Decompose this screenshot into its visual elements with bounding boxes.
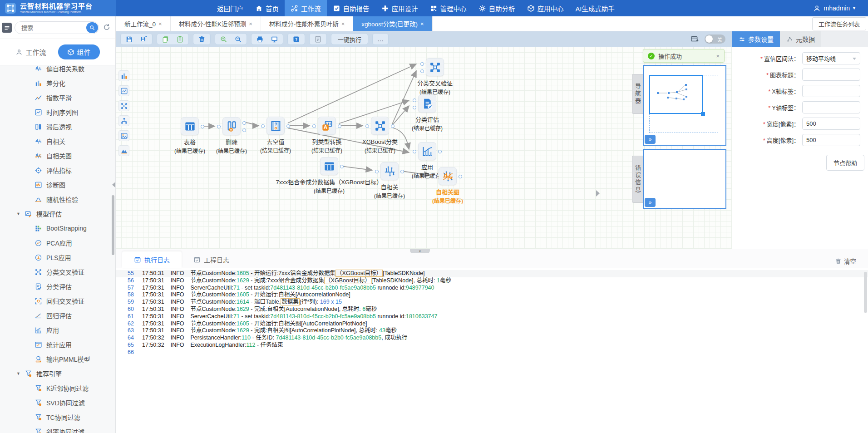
sidebar-item-诊断图[interactable]: 诊断图 bbox=[0, 177, 115, 192]
help-icon[interactable]: ? bbox=[292, 35, 300, 43]
workflow-tab-1[interactable]: 材料成分-性能K近邻预测× bbox=[171, 16, 261, 31]
navigator-expand-button[interactable]: » bbox=[645, 135, 656, 144]
port-out[interactable] bbox=[459, 175, 462, 178]
params-tab-元数据[interactable]: 元数据 bbox=[780, 31, 821, 47]
n_classeval-icon[interactable] bbox=[418, 94, 436, 113]
navigator-vertical-tab[interactable]: 导航器 bbox=[632, 74, 643, 114]
trash-icon[interactable] bbox=[198, 35, 206, 43]
port-out[interactable] bbox=[340, 165, 344, 168]
workflow-tab-2[interactable]: 材料成分-性能朴素贝叶斯× bbox=[261, 16, 354, 31]
port-in[interactable] bbox=[420, 62, 424, 66]
param-select[interactable]: 移动平均线 bbox=[802, 52, 860, 64]
zoomin-icon[interactable] bbox=[220, 35, 227, 43]
sidebar-item-滞后透视[interactable]: 滞后透视 bbox=[0, 119, 115, 134]
sidebar-item-回归评估[interactable]: 回归评估 bbox=[0, 308, 115, 323]
log-tab-工程日志[interactable]: 工程日志 bbox=[182, 251, 241, 268]
port-in[interactable] bbox=[312, 124, 316, 128]
sidebar-item-自相关图[interactable]: 自相关图 bbox=[0, 148, 115, 163]
port-in[interactable] bbox=[413, 106, 416, 109]
port-in[interactable] bbox=[261, 124, 265, 128]
menu-icon[interactable] bbox=[2, 23, 12, 33]
workflow-canvas[interactable]: 表格(结果已缓存)删除(结果已缓存)?去空值(结果已缓存)A列类型转换(结果已缓… bbox=[116, 47, 732, 249]
n_table-icon[interactable] bbox=[181, 117, 199, 135]
nav-item-3[interactable]: 自助报告 bbox=[327, 0, 375, 16]
sidebar-item-自相关[interactable]: 自相关 bbox=[0, 134, 115, 148]
sidebar-item-PLS应用[interactable]: PLS应用 bbox=[0, 250, 115, 265]
sidebar-item-回归交叉验证[interactable]: 回归交叉验证 bbox=[0, 294, 115, 308]
sidebar-item-时间序列图[interactable]: 时间序列图 bbox=[0, 105, 115, 119]
dock-picture-icon[interactable] bbox=[118, 130, 129, 141]
sidebar-item-SVD协同过滤[interactable]: SVD协同过滤 bbox=[0, 395, 115, 410]
sidebar-tab-组件[interactable]: 组件 bbox=[58, 44, 100, 59]
n_table-icon[interactable] bbox=[320, 157, 338, 175]
log-resize-handle[interactable]: ▾ bbox=[410, 249, 430, 253]
sidebar-item-差分化[interactable]: 差分化 bbox=[0, 76, 115, 90]
dock-chartframe-icon[interactable] bbox=[118, 85, 129, 96]
error-info-panel[interactable]: » bbox=[643, 149, 726, 209]
sidebar-scrollbar[interactable] bbox=[112, 195, 114, 255]
sidebar-item-BootStrapping[interactable]: BootStrapping bbox=[0, 221, 115, 236]
workflow-node-自相关[interactable]: 自相关(结果已缓存) bbox=[362, 162, 417, 199]
error-expand-button[interactable]: » bbox=[645, 198, 656, 207]
nav-item-7[interactable]: 应用中心 bbox=[521, 0, 570, 16]
caret-down-icon[interactable]: ▼ bbox=[16, 212, 25, 216]
port-out[interactable] bbox=[438, 150, 442, 153]
port-in[interactable] bbox=[433, 175, 437, 178]
log-scrollbar[interactable] bbox=[864, 272, 867, 313]
zoomout-icon[interactable] bbox=[234, 35, 242, 43]
sidebar-tab-工作流[interactable]: 工作流 bbox=[15, 47, 46, 57]
error-vertical-tab[interactable]: 错误信息 bbox=[632, 156, 643, 203]
panel-collapse-handle[interactable] bbox=[596, 190, 600, 197]
more-button[interactable]: … bbox=[372, 33, 389, 45]
nav-item-0[interactable]: 返回门户 bbox=[211, 0, 249, 16]
port-in[interactable] bbox=[413, 98, 416, 102]
dock-bars-icon[interactable] bbox=[118, 70, 129, 81]
param-input[interactable]: 500 bbox=[802, 118, 860, 130]
params-tab-参数设置[interactable]: 参数设置 bbox=[732, 31, 780, 47]
sidebar-item-PCA应用[interactable]: PCA应用 bbox=[0, 236, 115, 250]
log-clear-button[interactable]: 清空 bbox=[835, 256, 856, 266]
param-input[interactable] bbox=[802, 85, 860, 97]
sidebar-item-输出PMML模型[interactable]: PMML输出PMML模型 bbox=[0, 352, 115, 366]
printer-icon[interactable] bbox=[256, 35, 264, 43]
close-icon[interactable]: × bbox=[420, 20, 424, 27]
nav-item-5[interactable]: 管理中心 bbox=[424, 0, 473, 16]
sidebar-item-K近邻协同过滤[interactable]: K近邻协同过滤 bbox=[0, 381, 115, 395]
n_autocorrplot-icon[interactable] bbox=[439, 167, 457, 185]
n_net-icon[interactable] bbox=[426, 58, 444, 76]
navigator-minimap[interactable]: » bbox=[643, 65, 726, 146]
node-help-button[interactable]: 节点帮助 bbox=[826, 155, 864, 171]
workflow-tab-3[interactable]: xgboost分类(已更改)× bbox=[353, 16, 432, 31]
port-out[interactable] bbox=[400, 170, 404, 173]
paste-icon[interactable] bbox=[176, 35, 184, 43]
close-icon[interactable]: × bbox=[158, 20, 162, 27]
workflow-tasklist-button[interactable]: 工作流任务列表 bbox=[812, 17, 866, 30]
sidebar-item-偏自相关系数[interactable]: 偏自相关系数 bbox=[0, 61, 115, 76]
sidebar-item-分类评估[interactable]: 分类评估 bbox=[0, 279, 115, 294]
n_net-icon[interactable] bbox=[371, 117, 389, 135]
n_autocorr-icon[interactable] bbox=[380, 162, 399, 180]
preview-toggle[interactable]: 关 bbox=[705, 34, 725, 44]
workflow-node-分类评估[interactable]: 分类评估(结果已缓存) bbox=[400, 94, 454, 132]
saveas-icon[interactable] bbox=[140, 35, 148, 43]
port-in[interactable] bbox=[413, 150, 416, 153]
n_colconv-icon[interactable]: A bbox=[318, 117, 336, 135]
param-input[interactable] bbox=[802, 101, 860, 113]
refresh-icon[interactable] bbox=[103, 23, 112, 32]
window-plus-icon[interactable] bbox=[690, 35, 699, 43]
dock-network-icon[interactable] bbox=[118, 100, 129, 111]
monitor-icon[interactable] bbox=[271, 35, 278, 43]
minimap-resize-handle[interactable] bbox=[701, 112, 705, 116]
copy-icon[interactable] bbox=[162, 35, 169, 43]
workflow-node-XGBoost分类[interactable]: XGBoost分类(结果已缓存) bbox=[353, 117, 407, 154]
port-in[interactable] bbox=[375, 170, 379, 173]
minimap-viewport[interactable] bbox=[649, 75, 703, 114]
search-icon[interactable] bbox=[86, 22, 98, 33]
workflow-tab-0[interactable]: 新工作流_0× bbox=[116, 16, 171, 31]
nav-item-4[interactable]: 应用设计 bbox=[375, 0, 424, 16]
param-input[interactable]: 500 bbox=[802, 134, 860, 146]
sidebar-collapse-handle[interactable] bbox=[112, 182, 116, 188]
close-icon[interactable]: × bbox=[249, 20, 252, 27]
sidebar-item-模型评估[interactable]: ▼模型评估 bbox=[0, 207, 115, 221]
run-all-button[interactable]: 一键执行 bbox=[331, 33, 368, 45]
